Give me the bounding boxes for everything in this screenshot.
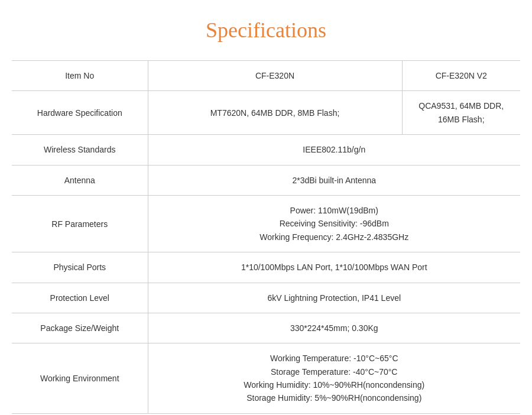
- table-row: Item NoCF-E320NCF-E320N V2: [12, 61, 520, 91]
- table-row: Physical Ports1*10/100Mbps LAN Port, 1*1…: [12, 252, 520, 283]
- table-row: Antenna2*3dBi built-in Antenna: [12, 165, 520, 195]
- table-row: Working EnvironmentWorking Temperature: …: [12, 343, 520, 414]
- row-value: Working Temperature: -10°C~65°CStorage T…: [148, 343, 520, 414]
- row-label: Physical Ports: [12, 252, 148, 283]
- row-label: Hardware Specification: [12, 91, 148, 135]
- row-label: Package Size/Weight: [12, 313, 148, 343]
- row-value: 330*224*45mm; 0.30Kg: [148, 313, 520, 343]
- page-title: Specifications: [12, 18, 520, 43]
- row-value-col1: MT7620N, 64MB DDR, 8MB Flash;: [148, 91, 402, 135]
- row-value-col1: CF-E320N: [148, 61, 402, 91]
- row-value: 2*3dBi built-in Antenna: [148, 165, 520, 195]
- row-value: 6kV Lightning Protection, IP41 Level: [148, 283, 520, 313]
- table-row: Package Size/Weight330*224*45mm; 0.30Kg: [12, 313, 520, 343]
- table-row: Protection Level6kV Lightning Protection…: [12, 283, 520, 313]
- row-label: Antenna: [12, 165, 148, 195]
- spec-table: Item NoCF-E320NCF-E320N V2Hardware Speci…: [12, 60, 520, 414]
- row-value: IEEE802.11b/g/n: [148, 135, 520, 165]
- row-value: Power: 110mW(19dBm)Receiving Sensitivity…: [148, 195, 520, 252]
- row-label: Working Environment: [12, 343, 148, 414]
- table-row: Wireless StandardsIEEE802.11b/g/n: [12, 135, 520, 165]
- table-row: RF ParametersPower: 110mW(19dBm)Receivin…: [12, 195, 520, 252]
- row-label: Protection Level: [12, 283, 148, 313]
- row-value-col2: QCA9531, 64MB DDR, 16MB Flash;: [402, 91, 520, 135]
- page-container: Specifications Item NoCF-E320NCF-E320N V…: [0, 0, 532, 415]
- row-label: Item No: [12, 61, 148, 91]
- table-row: Hardware SpecificationMT7620N, 64MB DDR,…: [12, 91, 520, 135]
- row-label: RF Parameters: [12, 195, 148, 252]
- row-label: Wireless Standards: [12, 135, 148, 165]
- row-value: 1*10/100Mbps LAN Port, 1*10/100Mbps WAN …: [148, 252, 520, 283]
- row-value-col2: CF-E320N V2: [402, 61, 520, 91]
